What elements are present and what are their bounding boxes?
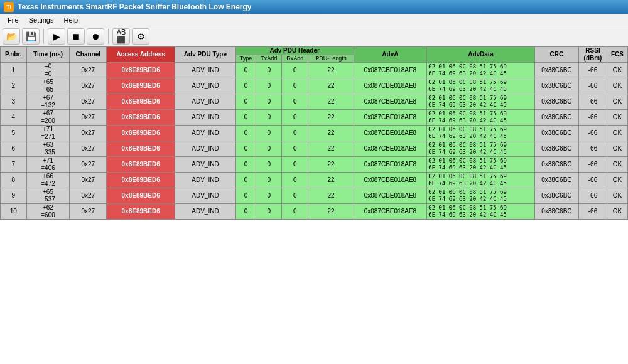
- cell-adv-pdu-type: ADV_IND: [175, 173, 236, 188]
- cell-pdu-length: 22: [308, 173, 354, 188]
- table-row[interactable]: 4+67=2000x270x8E89BED6ADV_IND000220x087C…: [1, 110, 628, 126]
- cell-adva: 0x087CBE018AE8: [354, 110, 427, 126]
- cell-fcs: OK: [607, 173, 627, 188]
- cell-pnbr: 8: [1, 173, 27, 188]
- cell-fcs: OK: [607, 204, 627, 220]
- cell-txadd: 0: [256, 110, 282, 126]
- cell-channel: 0x27: [70, 78, 107, 94]
- cell-txadd: 0: [256, 204, 282, 220]
- cell-txadd: 0: [256, 78, 282, 94]
- cell-advdata: 02 01 06 0C 08 51 75 696E 74 69 63 20 42…: [427, 78, 534, 94]
- toolbar-separator-2: [108, 29, 109, 44]
- cell-access-address: 0x8E89BED6: [107, 188, 175, 204]
- cell-rxadd: 0: [282, 204, 308, 220]
- col-adv-pdu-type: Adv PDU Type: [175, 47, 236, 63]
- cell-txadd: 0: [256, 188, 282, 204]
- cell-pnbr: 4: [1, 110, 27, 126]
- cell-pdu-length: 22: [308, 63, 354, 78]
- cell-adv-pdu-type: ADV_IND: [175, 110, 236, 126]
- cell-adva: 0x087CBE018AE8: [354, 157, 427, 173]
- sub-col-rxadd: RxAdd: [282, 55, 308, 63]
- cell-adv-pdu-type: ADV_IND: [175, 94, 236, 110]
- table-row[interactable]: 7+71=4060x270x8E89BED6ADV_IND000220x087C…: [1, 157, 628, 173]
- cell-fcs: OK: [607, 110, 627, 126]
- cell-pdu-length: 22: [308, 110, 354, 126]
- cell-pdu-type: 0: [236, 126, 256, 141]
- cell-time: +65=537: [26, 188, 70, 204]
- cell-adva: 0x087CBE018AE8: [354, 63, 427, 78]
- cell-rxadd: 0: [282, 126, 308, 141]
- menu-settings[interactable]: Settings: [24, 15, 59, 25]
- cell-pdu-type: 0: [236, 63, 256, 78]
- cell-pdu-length: 22: [308, 188, 354, 204]
- menu-help[interactable]: Help: [58, 15, 83, 25]
- table-row[interactable]: 2+65=650x270x8E89BED6ADV_IND000220x087CB…: [1, 78, 628, 94]
- cell-pdu-length: 22: [308, 94, 354, 110]
- cell-txadd: 0: [256, 157, 282, 173]
- table-row[interactable]: 3+67=1320x270x8E89BED6ADV_IND000220x087C…: [1, 94, 628, 110]
- table-row[interactable]: 10+62=6000x270x8E89BED6ADV_IND000220x087…: [1, 204, 628, 220]
- cell-txadd: 0: [256, 126, 282, 141]
- cell-channel: 0x27: [70, 204, 107, 220]
- cell-crc: 0x38C6BC: [534, 173, 579, 188]
- cell-fcs: OK: [607, 141, 627, 157]
- cell-access-address: 0x8E89BED6: [107, 63, 175, 78]
- table-row[interactable]: 5+71=2710x270x8E89BED6ADV_IND000220x087C…: [1, 126, 628, 141]
- cell-advdata: 02 01 06 0C 08 51 75 696E 74 69 63 20 42…: [427, 63, 534, 78]
- cell-rssi: -66: [579, 173, 607, 188]
- cell-crc: 0x38C6BC: [534, 204, 579, 220]
- cell-pdu-type: 0: [236, 188, 256, 204]
- filter-button[interactable]: AB⬛: [112, 28, 130, 45]
- cell-adv-pdu-type: ADV_IND: [175, 204, 236, 220]
- save-button[interactable]: 💾: [22, 28, 40, 45]
- cell-pnbr: 7: [1, 157, 27, 173]
- record-button[interactable]: ⏺: [87, 28, 104, 45]
- table-container[interactable]: P.nbr. Time (ms) Channel Access Address …: [0, 46, 628, 364]
- cell-pnbr: 10: [1, 204, 27, 220]
- cell-time: +62=600: [26, 204, 70, 220]
- col-channel: Channel: [70, 47, 107, 63]
- sub-col-txadd: TxAdd: [256, 55, 282, 63]
- cell-rssi: -66: [579, 204, 607, 220]
- cell-pdu-type: 0: [236, 157, 256, 173]
- table-row[interactable]: 1+0=00x270x8E89BED6ADV_IND000220x087CBE0…: [1, 63, 628, 78]
- cell-adv-pdu-type: ADV_IND: [175, 78, 236, 94]
- cell-rxadd: 0: [282, 157, 308, 173]
- menu-file[interactable]: File: [3, 15, 24, 25]
- cell-crc: 0x38C6BC: [534, 157, 579, 173]
- cell-fcs: OK: [607, 188, 627, 204]
- cell-rxadd: 0: [282, 141, 308, 157]
- col-rssi: RSSI(dBm): [579, 47, 607, 63]
- cell-advdata: 02 01 06 0C 08 51 75 696E 74 69 63 20 42…: [427, 94, 534, 110]
- cell-crc: 0x38C6BC: [534, 126, 579, 141]
- cell-access-address: 0x8E89BED6: [107, 141, 175, 157]
- table-row[interactable]: 9+65=5370x270x8E89BED6ADV_IND000220x087C…: [1, 188, 628, 204]
- app-title: Texas Instruments SmartRF Packet Sniffer…: [18, 3, 252, 11]
- cell-adva: 0x087CBE018AE8: [354, 188, 427, 204]
- cell-adva: 0x087CBE018AE8: [354, 141, 427, 157]
- col-crc: CRC: [534, 47, 579, 63]
- cell-rxadd: 0: [282, 173, 308, 188]
- table-row[interactable]: 6+63=3350x270x8E89BED6ADV_IND000220x087C…: [1, 141, 628, 157]
- cell-access-address: 0x8E89BED6: [107, 173, 175, 188]
- cell-rssi: -66: [579, 94, 607, 110]
- cell-txadd: 0: [256, 141, 282, 157]
- stop-button[interactable]: ⏹: [67, 28, 85, 45]
- col-time: Time (ms): [26, 47, 70, 63]
- cell-channel: 0x27: [70, 173, 107, 188]
- open-button[interactable]: 📂: [3, 28, 20, 45]
- cell-fcs: OK: [607, 78, 627, 94]
- col-pnbr: P.nbr.: [1, 47, 27, 63]
- col-advdata: AdvData: [427, 47, 534, 63]
- config-button[interactable]: ⚙: [132, 28, 149, 45]
- cell-advdata: 02 01 06 0C 08 51 75 696E 74 69 63 20 42…: [427, 126, 534, 141]
- cell-time: +71=406: [26, 157, 70, 173]
- cell-access-address: 0x8E89BED6: [107, 78, 175, 94]
- cell-channel: 0x27: [70, 141, 107, 157]
- cell-crc: 0x38C6BC: [534, 78, 579, 94]
- table-row[interactable]: 8+66=4720x270x8E89BED6ADV_IND000220x087C…: [1, 173, 628, 188]
- play-button[interactable]: ▶: [48, 28, 65, 45]
- cell-pdu-length: 22: [308, 126, 354, 141]
- cell-time: +71=271: [26, 126, 70, 141]
- cell-rssi: -66: [579, 157, 607, 173]
